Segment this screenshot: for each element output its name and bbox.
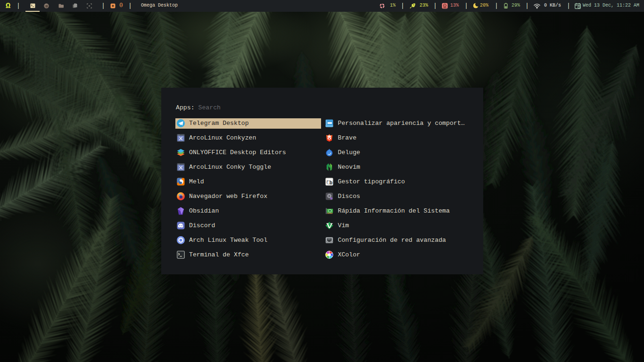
svg-text:b: b xyxy=(330,180,332,185)
